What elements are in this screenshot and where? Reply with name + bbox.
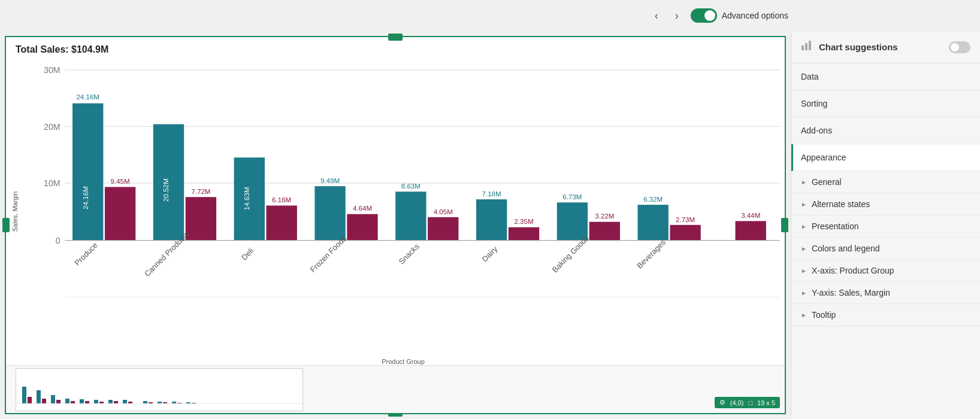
svg-rect-42 [65, 399, 69, 403]
section-y-axis-label: Y-axis: Sales, Margin [812, 288, 890, 297]
svg-rect-50 [123, 400, 127, 403]
svg-text:0: 0 [56, 236, 61, 245]
section-general[interactable]: ► General [791, 171, 980, 193]
nav-item-addons[interactable]: Add-ons [791, 117, 980, 144]
bar-produce-pink[interactable] [105, 187, 135, 240]
section-alt-states-label: Alternate states [812, 199, 870, 209]
minimap-svg [16, 369, 304, 412]
back-button[interactable]: ‹ [650, 7, 663, 25]
bar-beverages-teal[interactable] [638, 205, 669, 241]
svg-text:Dairy: Dairy [480, 244, 500, 263]
bar-dairy-pink[interactable] [509, 227, 539, 241]
svg-text:6.73M: 6.73M [562, 193, 582, 201]
chevron-y-axis-icon: ► [801, 290, 807, 296]
nav-item-appearance[interactable]: Appearance [791, 144, 980, 171]
y-axis-label: Sales, Margin [6, 57, 24, 365]
nav-item-addons-label: Add-ons [801, 126, 832, 135]
advanced-options-label: Advanced options [722, 11, 788, 20]
svg-rect-40 [51, 395, 55, 403]
right-panel: Chart suggestions Data Sorting Add-ons A… [791, 31, 980, 419]
section-alt-states[interactable]: ► Alternate states [791, 193, 980, 215]
svg-rect-45 [85, 401, 89, 403]
svg-text:3.22M: 3.22M [595, 212, 614, 220]
svg-rect-63 [809, 41, 811, 50]
svg-rect-36 [22, 387, 26, 403]
section-y-axis[interactable]: ► Y-axis: Sales, Margin [791, 282, 980, 304]
section-tooltip[interactable]: ► Tooltip [791, 304, 980, 326]
svg-rect-58 [186, 402, 190, 403]
bar-deli-pink[interactable] [267, 205, 297, 240]
bar-produce-teal[interactable] [72, 104, 103, 241]
resize-handle-top[interactable] [388, 34, 403, 41]
svg-rect-37 [28, 397, 32, 403]
chart-body: Sales, Margin 30M 20M [6, 57, 785, 365]
svg-rect-43 [71, 401, 75, 403]
svg-rect-61 [801, 45, 804, 50]
advanced-options-toggle[interactable] [691, 8, 717, 23]
bar-frozen-pink[interactable] [347, 214, 377, 241]
svg-rect-46 [94, 400, 98, 403]
chart-inner: 30M 20M 10M 0 24.16M 24.16M [24, 57, 785, 365]
svg-text:24.16M: 24.16M [76, 93, 99, 101]
svg-rect-51 [128, 402, 132, 403]
main-layout: Total Sales: $104.9M Sales, Margin [0, 31, 980, 419]
svg-rect-48 [108, 400, 113, 403]
bar-snacks-pink[interactable] [428, 217, 458, 241]
svg-rect-39 [42, 399, 46, 403]
svg-text:9.45M: 9.45M [111, 177, 130, 185]
svg-text:Deli: Deli [240, 246, 255, 262]
svg-text:2.73M: 2.73M [676, 215, 695, 223]
bar-canned-pink[interactable] [186, 197, 216, 240]
svg-text:20.52M: 20.52M [162, 178, 170, 202]
bar-baking-pink[interactable] [589, 222, 620, 241]
section-colors-legend-label: Colors and legend [812, 244, 880, 253]
svg-rect-52 [143, 401, 147, 403]
nav-item-data[interactable]: Data [791, 63, 980, 90]
minimap [6, 365, 785, 413]
svg-text:Beverages: Beverages [635, 238, 667, 270]
chevron-x-axis-icon: ► [801, 268, 807, 274]
svg-rect-54 [158, 402, 162, 403]
svg-text:3.44M: 3.44M [741, 211, 760, 219]
section-x-axis-label: X-axis: Product Group [812, 266, 894, 275]
nav-item-appearance-label: Appearance [801, 153, 846, 162]
svg-rect-44 [80, 399, 84, 403]
chart-suggestions-icon [801, 40, 813, 54]
chevron-presentation-icon: ► [801, 223, 807, 230]
status-position: (4,0) [730, 399, 744, 406]
section-general-label: General [812, 177, 842, 187]
bar-dairy-teal[interactable] [476, 199, 507, 241]
svg-rect-41 [56, 400, 61, 403]
section-x-axis[interactable]: ► X-axis: Product Group [791, 260, 980, 282]
bar-snacks-teal[interactable] [395, 192, 426, 241]
section-presentation-label: Presentation [812, 221, 859, 231]
svg-rect-55 [163, 402, 167, 403]
svg-text:2.35M: 2.35M [514, 217, 533, 225]
chart-area: Total Sales: $104.9M Sales, Margin [0, 31, 791, 419]
bar-frozen-teal[interactable] [314, 186, 345, 241]
nav-item-sorting[interactable]: Sorting [791, 90, 980, 117]
minimap-viewport[interactable] [16, 368, 303, 411]
nav-item-data-label: Data [801, 72, 819, 81]
svg-text:24.16M: 24.16M [81, 186, 89, 210]
svg-text:Produce: Produce [72, 241, 99, 268]
chevron-alt-states-icon: ► [801, 201, 807, 208]
toolbar: ‹ › Advanced options [0, 0, 980, 31]
chevron-general-icon: ► [801, 179, 807, 186]
svg-text:7.18M: 7.18M [482, 190, 501, 198]
svg-rect-38 [37, 390, 41, 403]
svg-text:8.63M: 8.63M [401, 182, 421, 190]
bar-other-pink[interactable] [736, 221, 766, 240]
section-colors-legend[interactable]: ► Colors and legend [791, 238, 980, 260]
forward-button[interactable]: › [670, 7, 683, 25]
chart-suggestions-toggle[interactable] [949, 41, 970, 53]
panel-title: Chart suggestions [819, 42, 898, 52]
svg-text:Snacks: Snacks [397, 242, 421, 266]
svg-text:10M: 10M [44, 178, 60, 188]
svg-text:9.49M: 9.49M [320, 177, 340, 184]
status-bar: ⚙ (4,0) □ 19 x 5 [715, 397, 780, 408]
section-presentation[interactable]: ► Presentation [791, 215, 980, 238]
svg-text:4.05M: 4.05M [434, 208, 453, 215]
bar-beverages-pink[interactable] [670, 225, 700, 241]
svg-text:30M: 30M [44, 65, 60, 75]
